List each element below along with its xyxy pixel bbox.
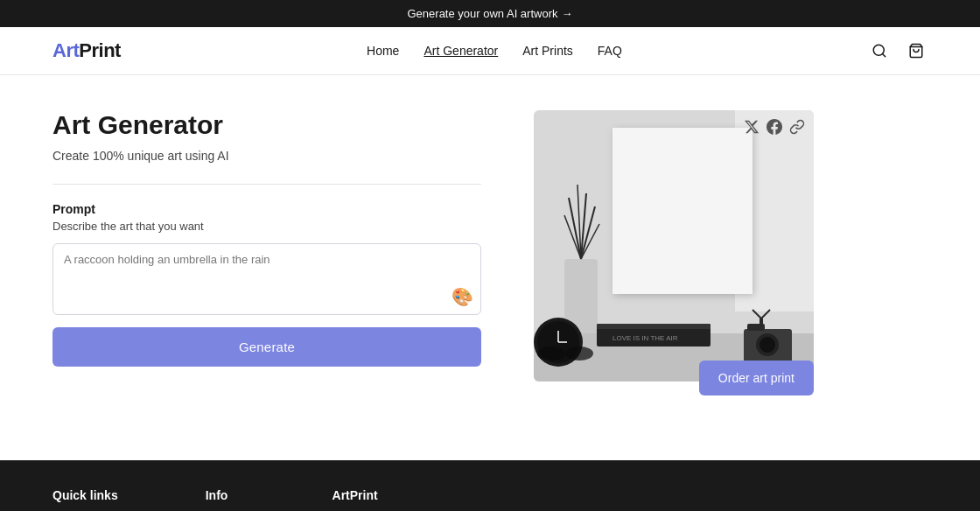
footer-info-title: Info [206, 488, 245, 502]
textarea-wrapper: 🎨 [52, 243, 481, 315]
right-panel: LOVE IS IN THE AIR Order art print [534, 110, 928, 408]
art-svg: LOVE IS IN THE AIR [534, 110, 814, 382]
banner-text: Generate your own AI artwork [408, 7, 558, 20]
emoji-icon: 🎨 [452, 286, 473, 307]
prompt-label: Prompt [52, 202, 481, 216]
search-icon [872, 43, 887, 59]
svg-text:LOVE IS IN THE AIR: LOVE IS IN THE AIR [612, 334, 678, 342]
logo-print: Print [79, 39, 121, 61]
prompt-input[interactable] [64, 253, 470, 302]
logo[interactable]: ArtPrint [52, 39, 121, 62]
header-icons [868, 39, 928, 62]
art-preview: LOVE IS IN THE AIR [534, 110, 814, 382]
svg-point-23 [760, 337, 775, 353]
svg-rect-5 [612, 128, 752, 294]
footer-quick-links: Quick links About us [52, 488, 118, 511]
banner-arrow: → [561, 7, 572, 20]
nav-home[interactable]: Home [367, 44, 399, 58]
main-nav: Home Art Generator Art Prints FAQ [367, 44, 622, 58]
header: ArtPrint Home Art Generator Art Prints F… [0, 27, 980, 75]
cart-button[interactable] [905, 39, 928, 62]
facebook-icon [766, 119, 782, 135]
order-art-print-button[interactable]: Order art print [699, 360, 814, 396]
facebook-share-button[interactable] [766, 119, 782, 135]
footer-brand: ArtPrint Create beautiful, one-of-a-kind… [332, 488, 570, 511]
nav-art-prints[interactable]: Art Prints [522, 44, 573, 58]
divider [52, 184, 481, 185]
svg-point-28 [537, 346, 565, 360]
social-icons [744, 119, 805, 135]
footer-info: Info Contact [206, 488, 245, 511]
twitter-share-button[interactable] [744, 119, 760, 135]
main-content: Art Generator Create 100% unique art usi… [0, 75, 980, 460]
generate-button[interactable]: Generate [52, 327, 481, 367]
prompt-description: Describe the art that you want [52, 220, 481, 233]
nav-faq[interactable]: FAQ [598, 44, 622, 58]
banner-link[interactable]: Generate your own AI artwork → [408, 7, 573, 20]
nav-art-generator[interactable]: Art Generator [424, 44, 498, 58]
svg-point-29 [565, 346, 593, 360]
cart-icon [908, 43, 924, 59]
footer-quick-links-title: Quick links [52, 488, 118, 502]
page-title: Art Generator [52, 110, 481, 140]
footer: Quick links About us Info Contact ArtPri… [0, 460, 980, 511]
left-panel: Art Generator Create 100% unique art usi… [52, 110, 481, 408]
twitter-icon [744, 119, 760, 135]
search-button[interactable] [868, 39, 891, 62]
footer-brand-title: ArtPrint [332, 488, 570, 502]
top-banner: Generate your own AI artwork → [0, 0, 980, 27]
svg-rect-19 [597, 324, 710, 329]
link-icon [789, 119, 805, 135]
svg-rect-25 [760, 318, 763, 331]
page-subtitle: Create 100% unique art using AI [52, 149, 481, 163]
copy-link-button[interactable] [789, 119, 805, 135]
svg-line-1 [882, 53, 885, 56]
logo-art: Art [52, 39, 79, 61]
